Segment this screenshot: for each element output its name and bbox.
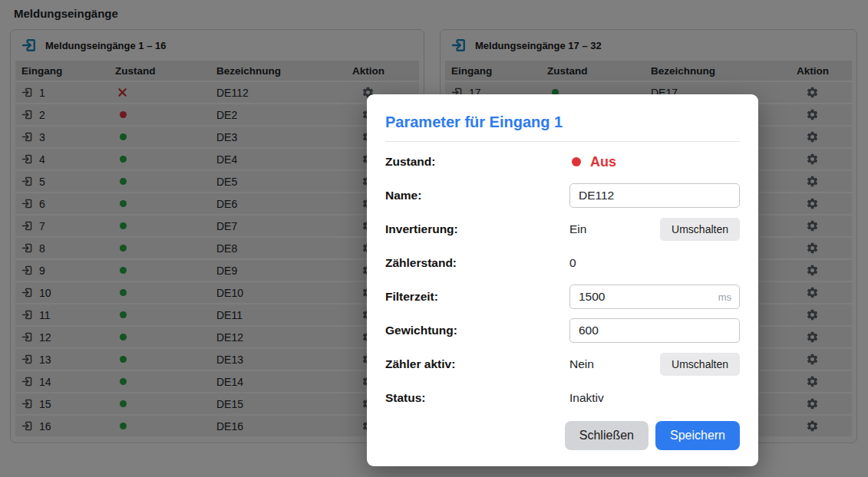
save-button[interactable]: Speichern [655,421,740,450]
name-input[interactable] [569,183,740,208]
field-label: Gewichtung: [385,324,569,337]
divider [385,141,740,142]
field-row-zaehler_aktiv: Zähler aktiv:NeinUmschalten [385,347,740,381]
zaehler_aktiv-value: Nein [569,357,594,371]
field-label: Name: [385,189,569,202]
field-label: Zustand: [385,155,569,169]
modal-title: Parameter für Eingang 1 [385,113,740,131]
invertierung-value: Ein [569,222,586,236]
field-row-name: Name: [385,179,740,212]
invertierung-toggle-button[interactable]: Umschalten [660,218,740,241]
field-label: Invertierung: [385,222,569,236]
field-label: Status: [385,391,569,405]
zaehlerstand-value: 0 [569,256,576,270]
field-row-zustand: Zustand:Aus [385,145,740,179]
status-value: Inaktiv [569,391,604,405]
field-label: Zähler aktiv: [385,357,569,371]
field-row-status: Status:Inaktiv [385,381,740,415]
status-red-dot [572,157,581,166]
zustand-value: Aus [590,154,616,170]
field-label: Zählerstand: [385,256,569,270]
field-row-filterzeit: Filterzeit:ms [385,280,740,314]
close-button[interactable]: Schließen [565,421,649,450]
field-label: Filterzeit: [385,290,569,304]
modal-footer: Schließen Speichern [385,421,740,450]
field-row-gewichtung: Gewichtung: [385,314,740,347]
gewichtung-input[interactable] [569,318,740,343]
parameter-modal: Parameter für Eingang 1 Zustand:AusName:… [367,94,758,466]
zaehler_aktiv-toggle-button[interactable]: Umschalten [660,353,740,376]
filterzeit-input[interactable] [569,285,740,309]
field-row-zaehlerstand: Zählerstand:0 [385,246,740,280]
field-row-invertierung: Invertierung:EinUmschalten [385,212,740,246]
